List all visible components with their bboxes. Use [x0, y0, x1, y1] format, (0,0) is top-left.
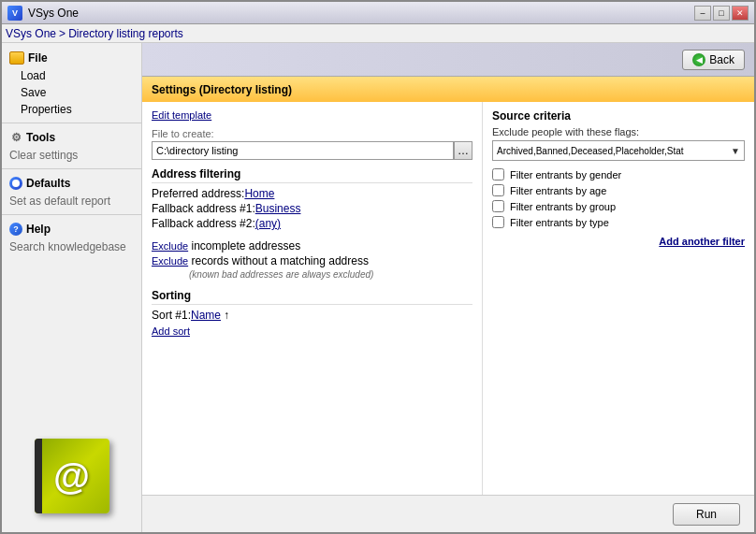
app-icon: V	[7, 6, 22, 21]
menu-bar: VSys One > Directory listing reports	[2, 24, 754, 43]
back-button[interactable]: ◀ Back	[682, 50, 745, 70]
sidebar-divider-1	[2, 123, 141, 123]
address-filtering-title: Address filtering	[152, 167, 472, 183]
flags-label: Exclude people with these flags:	[492, 126, 745, 137]
sidebar-item-properties[interactable]: Properties	[2, 101, 141, 118]
back-arrow-icon: ◀	[692, 53, 705, 66]
close-button[interactable]: ✕	[732, 6, 749, 21]
sidebar-item-save[interactable]: Save	[2, 84, 141, 101]
window-title: VSys One	[28, 7, 79, 20]
bottom-bar: Run	[142, 495, 754, 532]
flags-dropdown[interactable]: Archived,Banned,Deceased,Placeholder,Sta…	[492, 140, 745, 161]
filter-row-type: Filter entrants by type	[492, 216, 745, 228]
sort1-link[interactable]: Name	[191, 309, 221, 322]
breadcrumb-root[interactable]: VSys One	[6, 27, 56, 40]
sidebar-item-clear-settings[interactable]: Clear settings	[2, 147, 141, 164]
exclude-note: (known bad addresses are always excluded…	[189, 269, 472, 280]
exclude1-link[interactable]: Exclude	[152, 240, 188, 252]
left-panel: Edit template File to create: … Address …	[142, 102, 483, 495]
tools-gear-icon: ⚙	[9, 131, 22, 144]
filter-checkbox-gender[interactable]	[492, 168, 504, 180]
file-field-row: …	[152, 141, 472, 160]
app-logo: @	[35, 424, 109, 521]
breadcrumb: VSys One > Directory listing reports	[6, 27, 183, 40]
preferred-addr-row: Preferred address:Home	[152, 187, 472, 200]
fallback2-addr-link[interactable]: (any)	[255, 217, 281, 230]
file-label: File to create:	[152, 128, 472, 139]
fallback2-addr-row: Fallback address #2:(any)	[152, 217, 472, 230]
fallback1-addr-link[interactable]: Business	[255, 202, 301, 215]
exclude2-link[interactable]: Exclude	[152, 255, 188, 267]
filter-label-group: Filter entrants by group	[510, 201, 616, 212]
add-filter-link[interactable]: Add another filter	[492, 236, 745, 247]
sidebar-item-load[interactable]: Load	[2, 67, 141, 84]
logo-at-symbol: @	[53, 455, 90, 498]
source-criteria-title: Source criteria	[492, 109, 745, 123]
filter-checkbox-group[interactable]	[492, 200, 504, 212]
breadcrumb-sep: >	[59, 27, 65, 40]
sidebar-item-defaults[interactable]: Defaults	[2, 174, 141, 193]
edit-template-link[interactable]: Edit template	[152, 109, 472, 121]
sort1-row: Sort #1:Name ↑	[152, 309, 472, 322]
exclude1-row: Exclude incomplete addresses	[152, 239, 472, 253]
help-icon: ?	[9, 223, 22, 236]
filter-label-gender: Filter entrants by gender	[510, 169, 621, 180]
sidebar: File Load Save Properties ⚙ Tools	[2, 43, 142, 532]
minimize-button[interactable]: –	[694, 6, 711, 21]
sidebar-item-file[interactable]: File	[2, 49, 141, 67]
filter-row-gender: Filter entrants by gender	[492, 168, 745, 180]
nav-bar: ◀ Back	[142, 43, 754, 77]
filter-checkbox-age[interactable]	[492, 184, 504, 196]
right-panel: Source criteria Exclude people with thes…	[483, 102, 754, 495]
defaults-icon	[9, 177, 22, 190]
filter-row-group: Filter entrants by group	[492, 200, 745, 212]
browse-icon: …	[458, 144, 469, 157]
fallback1-addr-row: Fallback address #1:Business	[152, 202, 472, 215]
sidebar-item-tools[interactable]: ⚙ Tools	[2, 128, 141, 147]
filter-checkbox-type[interactable]	[492, 216, 504, 228]
sorting-title: Sorting	[152, 289, 472, 305]
title-bar: V VSys One – □ ✕	[2, 2, 754, 24]
breadcrumb-current[interactable]: Directory listing reports	[68, 27, 183, 40]
sidebar-item-search-kb[interactable]: Search knowledgebase	[2, 238, 141, 255]
exclude2-row: Exclude records without a matching addre…	[152, 254, 472, 267]
file-input[interactable]	[152, 141, 454, 160]
dropdown-arrow-icon: ▼	[731, 146, 740, 156]
filter-label-age: Filter entrants by age	[510, 185, 606, 196]
sidebar-divider-3	[2, 214, 141, 215]
file-folder-icon	[9, 51, 24, 65]
sidebar-file-label: File	[28, 51, 48, 65]
run-button[interactable]: Run	[673, 503, 740, 526]
sidebar-item-help[interactable]: ? Help	[2, 220, 141, 238]
flags-value: Archived,Banned,Deceased,Placeholder,Sta…	[497, 146, 684, 156]
maximize-button[interactable]: □	[713, 6, 730, 21]
settings-header: Settings (Directory listing)	[142, 77, 754, 102]
add-sort-link[interactable]: Add sort	[152, 325, 190, 337]
sidebar-divider-2	[2, 168, 141, 169]
filter-row-age: Filter entrants by age	[492, 184, 745, 196]
sidebar-item-set-default[interactable]: Set as default report	[2, 193, 141, 209]
filter-label-type: Filter entrants by type	[510, 217, 609, 228]
preferred-addr-link[interactable]: Home	[244, 187, 274, 200]
browse-button[interactable]: …	[454, 141, 472, 160]
